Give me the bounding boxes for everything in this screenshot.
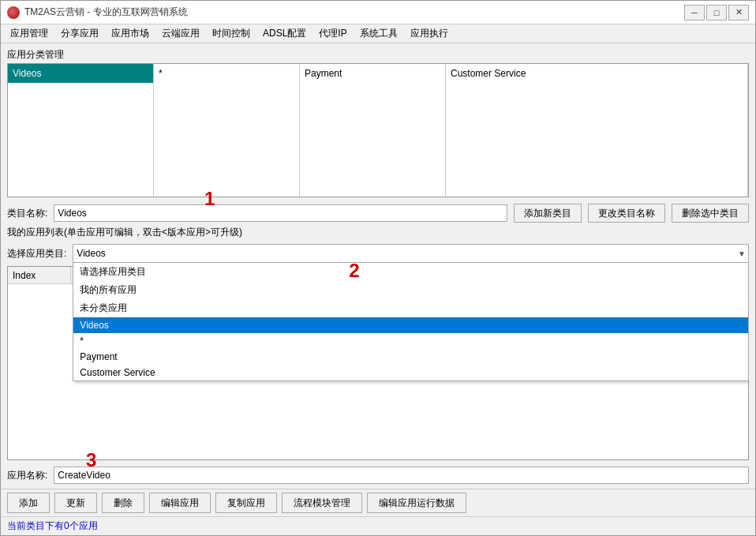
dropdown-row: 选择应用类目: Videos ▼ 请选择应用类目 我的所有应用 未分类应用 Vi… [7,244,749,263]
content-area: 应用分类管理 Videos * Payment Customer Service… [1,43,755,489]
maximize-button[interactable]: □ [706,5,727,21]
status-text[interactable]: 当前类目下有0个应用 [7,520,98,531]
app-section-label: 我的应用列表(单击应用可编辑，双击<版本应用>可升级) [7,226,749,239]
dropdown-option-videos[interactable]: Videos [73,317,748,333]
category-field-row: 类目名称: 1 添加新类目 更改类目名称 删除选中类目 [7,204,749,223]
dropdown-option-uncategorized[interactable]: 未分类应用 [73,299,748,317]
dropdown-selected[interactable]: Videos [73,244,749,263]
add-category-button[interactable]: 添加新类目 [514,204,582,223]
delete-app-button[interactable]: 删除 [102,493,144,513]
app-section: 我的应用列表(单击应用可编辑，双击<版本应用>可升级) 选择应用类目: Vide… [7,226,749,484]
dropdown-options-list: 请选择应用类目 我的所有应用 未分类应用 Videos * Payment Cu… [73,263,749,381]
app-name-label: 应用名称: [7,469,47,482]
minimize-button[interactable]: ─ [684,5,705,21]
edit-run-data-button[interactable]: 编辑应用运行数据 [367,493,466,513]
menu-app-manage[interactable]: 应用管理 [4,25,54,43]
edit-app-button[interactable]: 编辑应用 [149,493,211,513]
category-table: Videos * Payment Customer Service [7,63,749,197]
title-bar-left: TM2AS云营销 - 专业的互联网营销系统 [7,6,188,19]
rename-category-button[interactable]: 更改类目名称 [588,204,665,223]
dropdown-label: 选择应用类目: [7,247,66,261]
cat-col-1-body [154,83,300,197]
col-index: Index [8,267,71,283]
cat-col-2-header[interactable]: Payment [300,64,446,83]
menu-cloud-app[interactable]: 云端应用 [155,25,206,43]
menu-proxy-ip[interactable]: 代理IP [313,25,353,43]
dropdown-option-all[interactable]: 我的所有应用 [73,281,748,299]
menu-time-control[interactable]: 时间控制 [206,25,256,43]
category-name-input[interactable] [54,204,507,222]
dropdown-option-payment[interactable]: Payment [73,349,748,365]
window-title: TM2AS云营销 - 专业的互联网营销系统 [24,6,188,19]
menu-bar: 应用管理 分享应用 应用市场 云端应用 时间控制 ADSL配置 代理IP 系统工… [1,24,755,43]
status-bar: 当前类目下有0个应用 [1,516,755,535]
close-button[interactable]: ✕ [728,5,749,21]
main-window: TM2AS云营销 - 专业的互联网营销系统 ─ □ ✕ 应用管理 分享应用 应用… [0,0,756,536]
bottom-btn-row: 添加 更新 删除 编辑应用 复制应用 流程模块管理 编辑应用运行数据 [1,489,755,516]
menu-adsl-config[interactable]: ADSL配置 [256,25,313,43]
cat-col-0-body [8,83,154,197]
delete-category-button[interactable]: 删除选中类目 [672,204,749,223]
dropdown-option-placeholder[interactable]: 请选择应用类目 [73,263,748,281]
flow-module-button[interactable]: 流程模块管理 [282,493,362,513]
category-section-label: 应用分类管理 [7,48,749,62]
cat-col-1-header[interactable]: * [154,64,300,83]
app-logo-icon [7,6,20,19]
menu-share-app[interactable]: 分享应用 [54,25,105,43]
add-app-button[interactable]: 添加 [7,493,50,513]
app-name-input[interactable] [54,467,749,484]
cat-col-0-header[interactable]: Videos [8,64,154,83]
cat-col-3-body [446,83,748,197]
dropdown-wrapper: Videos ▼ 请选择应用类目 我的所有应用 未分类应用 Videos * P… [73,244,749,263]
category-field-label: 类目名称: [7,207,47,220]
title-bar: TM2AS云营销 - 专业的互联网营销系统 ─ □ ✕ [1,1,755,24]
menu-app-exec[interactable]: 应用执行 [404,25,455,43]
cat-col-2-body [300,83,446,197]
dropdown-option-star[interactable]: * [73,333,748,349]
menu-app-market[interactable]: 应用市场 [105,25,155,43]
window-controls: ─ □ ✕ [684,5,749,21]
copy-app-button[interactable]: 复制应用 [215,493,277,513]
update-button[interactable]: 更新 [54,493,97,513]
bottom-name-row: 应用名称: 3 [7,467,749,484]
category-section: 应用分类管理 Videos * Payment Customer Service [7,48,749,197]
menu-system-tools[interactable]: 系统工具 [354,25,404,43]
dropdown-option-customer-service[interactable]: Customer Service [73,365,748,380]
cat-col-3-header[interactable]: Customer Service [446,64,748,83]
